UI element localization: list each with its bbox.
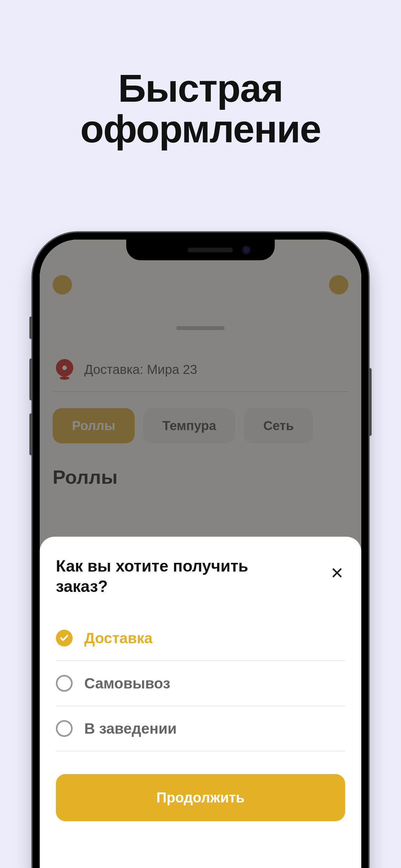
option-label: В заведении [84,720,177,737]
close-icon[interactable]: ✕ [329,565,345,581]
option-label: Доставка [84,629,152,647]
fulfillment-modal: Как вы хотите получить заказ? ✕ Доставка… [40,537,361,868]
radio-unchecked-icon [56,675,73,692]
phone-camera [242,245,251,254]
radio-checked-icon [56,630,73,647]
phone-volume-up [29,359,33,400]
phone-volume-down [29,413,33,455]
promo-title-line1: Быстрая [0,68,401,108]
option-delivery[interactable]: Доставка [56,616,345,661]
promo-title: Быстрая оформление [0,0,401,149]
modal-title: Как вы хотите получить заказ? [56,556,288,596]
phone-frame: Доставка: Мира 23 Роллы Темпура Сеть Рол… [33,232,368,868]
promo-title-line2: оформление [0,108,401,149]
phone-notch [126,240,275,260]
phone-silent-switch [29,316,33,339]
phone-speaker [188,248,233,252]
option-pickup[interactable]: Самовывоз [56,661,345,706]
option-label: Самовывоз [84,675,170,692]
phone-screen: Доставка: Мира 23 Роллы Темпура Сеть Рол… [40,240,361,868]
option-dinein[interactable]: В заведении [56,706,345,751]
phone-power-button [368,368,372,436]
continue-button[interactable]: Продолжить [56,774,345,821]
radio-unchecked-icon [56,720,73,737]
